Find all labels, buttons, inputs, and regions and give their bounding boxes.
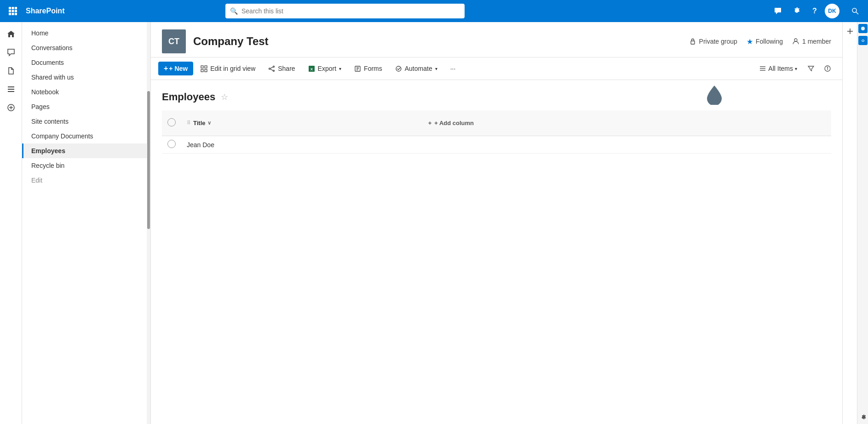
following-label[interactable]: ★ Following [747, 37, 783, 46]
svg-rect-20 [205, 66, 207, 68]
help-icon-btn[interactable]: ? [806, 3, 823, 19]
svg-text:O: O [861, 39, 864, 43]
doc-side-icon[interactable] [3, 63, 19, 79]
svg-rect-8 [15, 13, 17, 15]
automate-button[interactable]: Automate ▾ [390, 62, 443, 75]
sidebar-scrollbar-track[interactable] [147, 22, 150, 424]
svg-rect-17 [691, 41, 695, 44]
right-edge-icons [843, 22, 857, 40]
sidebar-item-notebook[interactable]: Notebook [22, 85, 150, 99]
sidebar-item-recycle[interactable]: Recycle bin [22, 158, 150, 173]
far-right-settings-icon[interactable] [858, 413, 868, 422]
home-side-icon[interactable] [3, 26, 19, 42]
sidebar-item-edit[interactable]: Edit [22, 173, 150, 188]
chat-icon-btn[interactable] [770, 3, 786, 19]
forms-label: Forms [364, 65, 382, 72]
add-column-button[interactable]: + + Add column [423, 115, 826, 131]
info-button[interactable] [820, 61, 835, 76]
toolbar: + + New Edit in grid view Share X Export… [151, 57, 842, 80]
automate-icon [395, 65, 402, 72]
grid-icon [201, 65, 207, 72]
settings-icon-btn[interactable] [788, 3, 805, 19]
sidebar-item-shared[interactable]: Shared with us [22, 70, 150, 85]
content-area: CT Company Test Private group ★ Followin… [151, 22, 842, 424]
svg-rect-13 [8, 91, 14, 92]
new-button[interactable]: + + New [158, 62, 193, 75]
sidebar-item-company-docs[interactable]: Company Documents [22, 129, 150, 143]
user-avatar[interactable]: DK [825, 4, 839, 18]
side-icons-bar [0, 22, 22, 424]
edit-grid-label: Edit in grid view [210, 65, 255, 72]
app-name: SharePoint [26, 7, 64, 15]
new-icon: + [164, 64, 168, 73]
share-label: Share [278, 65, 295, 72]
forms-button[interactable]: Forms [349, 62, 388, 75]
export-button[interactable]: X Export ▾ [303, 62, 347, 75]
add-side-icon[interactable] [3, 99, 19, 116]
svg-rect-5 [15, 10, 17, 12]
add-col-icon: + [428, 120, 432, 126]
select-all-checkbox[interactable] [167, 118, 176, 126]
filter-button[interactable] [804, 61, 818, 76]
header-title-col: ⠿ Title ∨ [181, 110, 417, 136]
svg-point-18 [794, 39, 797, 41]
sidebar-item-conversations[interactable]: Conversations [22, 40, 150, 55]
svg-point-9 [852, 8, 857, 12]
edit-grid-button[interactable]: Edit in grid view [195, 62, 261, 75]
right-edge-bottom-icons [843, 417, 857, 424]
site-logo: CT [162, 29, 186, 53]
row-empty-cell [417, 136, 831, 154]
svg-point-25 [269, 68, 270, 69]
share-button[interactable]: Share [263, 62, 300, 75]
svg-line-10 [856, 12, 858, 14]
far-right-second-icon[interactable]: O [858, 36, 868, 45]
member-text: 1 member [802, 38, 831, 45]
list-view-icon [759, 65, 766, 72]
row-checkbox-cell [162, 136, 181, 154]
svg-point-34 [396, 66, 401, 71]
right-edge-panel [842, 22, 857, 424]
sidebar-item-pages[interactable]: Pages [22, 99, 150, 114]
row-checkbox[interactable] [167, 140, 176, 148]
svg-rect-6 [9, 13, 11, 15]
header-checkbox-col [162, 110, 181, 136]
list-header: Employees ☆ [162, 91, 831, 103]
waffle-icon[interactable] [6, 4, 20, 18]
list-title: Employees [162, 91, 215, 103]
search-box[interactable]: 🔍 [225, 4, 465, 18]
list-table: ⠿ Title ∨ + + Add column [162, 110, 831, 154]
title-col-label: Title [193, 120, 206, 126]
sidebar-scrollbar-thumb[interactable] [147, 91, 150, 229]
member-label: 1 member [792, 38, 831, 45]
sidebar-item-site-contents[interactable]: Site contents [22, 114, 150, 129]
svg-rect-21 [201, 69, 203, 72]
sidebar: Home Conversations Documents Shared with… [22, 22, 151, 424]
svg-rect-12 [8, 89, 14, 90]
svg-rect-2 [15, 7, 17, 9]
list-side-icon[interactable] [3, 81, 19, 97]
all-items-label: All Items [768, 65, 793, 72]
list-content: Employees ☆ ⠿ Title ∨ [151, 80, 842, 424]
list-favorite-star[interactable]: ☆ [221, 92, 228, 102]
top-nav-right: ? DK [770, 3, 839, 19]
table-header-row: ⠿ Title ∨ + + Add column [162, 110, 831, 136]
all-items-button[interactable]: All Items ▾ [754, 62, 802, 75]
following-star-icon: ★ [747, 37, 753, 46]
sort-chevron-icon[interactable]: ∨ [207, 120, 211, 126]
sidebar-scroll: Home Conversations Documents Shared with… [22, 22, 150, 424]
sidebar-item-home[interactable]: Home [22, 26, 150, 40]
following-text: Following [756, 38, 783, 45]
row-title-cell[interactable]: Jean Doe [181, 136, 417, 154]
top-nav: SharePoint 🔍 ? DK [0, 0, 868, 22]
sidebar-item-documents[interactable]: Documents [22, 55, 150, 70]
more-button[interactable]: ··· [445, 62, 461, 75]
far-right-top-icon[interactable] [858, 24, 868, 33]
right-add-button[interactable] [845, 26, 856, 37]
svg-rect-0 [9, 7, 11, 9]
search-input[interactable] [241, 7, 460, 15]
svg-point-23 [273, 66, 275, 67]
search-icon-right[interactable] [848, 4, 862, 18]
chat-side-icon[interactable] [3, 44, 19, 61]
sidebar-item-employees[interactable]: Employees [22, 143, 150, 158]
svg-point-43 [861, 27, 865, 30]
